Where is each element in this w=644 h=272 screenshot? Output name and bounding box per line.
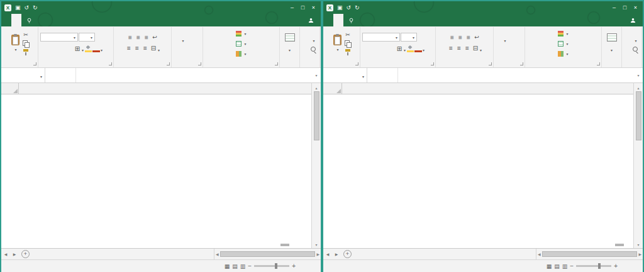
grow-font-icon[interactable] [96,33,103,42]
scroll-right-icon[interactable] [638,252,641,256]
undo-icon[interactable] [347,4,352,11]
align-top-icon[interactable] [448,33,456,42]
align-left-icon[interactable] [447,44,455,52]
tell-me-box[interactable] [348,14,356,26]
italic-icon[interactable] [379,45,387,53]
tab-home[interactable] [333,14,343,26]
cell-styles-button[interactable] [235,49,247,58]
formula-input[interactable] [75,68,312,82]
normal-view-icon[interactable] [225,263,230,269]
page-layout-view-icon[interactable] [554,263,560,269]
scroll-down-icon[interactable] [315,241,317,247]
cancel-icon[interactable] [367,68,377,82]
paste-button[interactable] [332,34,343,53]
page-layout-view-icon[interactable] [232,263,238,269]
accounting-format-icon[interactable] [174,35,181,43]
underline-icon[interactable] [65,45,73,53]
close-button[interactable] [630,4,641,11]
maximize-button[interactable] [619,4,630,11]
italic-icon[interactable] [57,45,65,53]
name-box[interactable] [1,68,45,82]
cut-icon[interactable] [344,31,352,39]
align-right-icon[interactable] [142,44,149,52]
zoom-in-button[interactable]: + [292,263,296,269]
fill-color-icon[interactable] [85,45,92,52]
scrollbar-thumb[interactable] [220,251,316,257]
dialog-launcher-icon[interactable] [520,62,523,65]
sort-filter-icon[interactable] [302,46,309,54]
format-painter-icon[interactable] [23,49,29,56]
sheet-nav-prev-icon[interactable] [323,249,332,259]
minimize-button[interactable] [609,4,619,11]
redo-icon[interactable] [355,4,360,11]
decrease-decimal-icon[interactable] [509,46,517,54]
increase-decimal-icon[interactable] [179,46,187,54]
cells-icon[interactable] [607,33,617,42]
align-bottom-icon[interactable] [143,33,150,42]
dialog-launcher-icon[interactable] [198,62,201,65]
share-button[interactable] [308,14,316,26]
autosum-icon[interactable] [304,35,312,43]
copy-icon[interactable] [345,40,351,47]
sheet-nav-next-icon[interactable] [10,249,19,259]
select-all-button[interactable] [323,83,342,94]
find-select-icon[interactable] [311,47,317,54]
zoom-slider[interactable] [254,265,289,267]
font-size-select[interactable] [79,33,95,42]
cells-icon[interactable] [285,33,295,42]
zoom-out-button[interactable]: − [570,263,574,269]
font-color-icon[interactable] [414,45,422,52]
copy-icon[interactable] [23,40,29,47]
wrap-text-icon[interactable] [151,33,158,42]
bold-icon[interactable] [371,45,379,53]
redo-icon[interactable] [33,4,38,11]
fill-color-icon[interactable] [407,45,414,52]
vertical-scrollbar[interactable] [311,83,321,248]
dialog-launcher-icon[interactable] [597,62,600,65]
zoom-in-button[interactable]: + [614,263,618,269]
cut-icon[interactable] [22,31,30,39]
scrollbar-thumb[interactable] [636,91,641,140]
scroll-up-icon[interactable] [637,84,639,90]
sheet-nav-next-icon[interactable] [332,249,341,259]
scrollbar-thumb[interactable] [314,91,319,140]
insert-function-icon[interactable] [387,68,397,82]
dialog-launcher-icon[interactable] [355,62,358,65]
merge-center-icon[interactable] [472,44,479,52]
tab-home[interactable] [11,14,21,26]
save-icon[interactable] [15,4,21,11]
comma-style-icon[interactable] [193,35,201,43]
align-right-icon[interactable] [464,44,471,52]
scroll-down-icon[interactable] [637,241,639,247]
zoom-slider-knob[interactable] [598,263,601,269]
shrink-font-icon[interactable] [104,33,111,42]
autosum-icon[interactable] [626,35,634,43]
align-center-icon[interactable] [133,44,141,52]
excel-app-icon[interactable] [4,4,11,11]
zoom-slider-knob[interactable] [275,263,277,269]
wrap-text-icon[interactable] [473,33,480,42]
new-sheet-button[interactable] [21,249,30,259]
percent-style-icon[interactable] [185,35,192,43]
dialog-launcher-icon[interactable] [489,62,492,65]
name-box[interactable] [323,68,367,82]
vertical-scrollbar[interactable] [633,83,643,248]
borders-icon[interactable] [74,45,81,53]
borders-icon[interactable] [396,45,403,53]
grow-font-icon[interactable] [418,33,425,42]
undo-icon[interactable] [25,4,30,11]
share-button[interactable] [630,14,638,26]
bold-icon[interactable] [49,45,57,53]
dialog-launcher-icon[interactable] [431,62,434,65]
merge-center-icon[interactable] [150,44,157,52]
close-button[interactable] [308,4,319,11]
font-name-select[interactable] [362,33,400,42]
conditional-formatting-button[interactable] [557,29,569,38]
find-select-icon[interactable] [633,47,639,54]
excel-app-icon[interactable] [326,4,333,11]
decrease-decimal-icon[interactable] [187,46,195,54]
formula-input[interactable] [397,68,634,82]
dialog-launcher-icon[interactable] [109,62,112,65]
align-center-icon[interactable] [455,44,463,52]
align-left-icon[interactable] [125,44,133,52]
